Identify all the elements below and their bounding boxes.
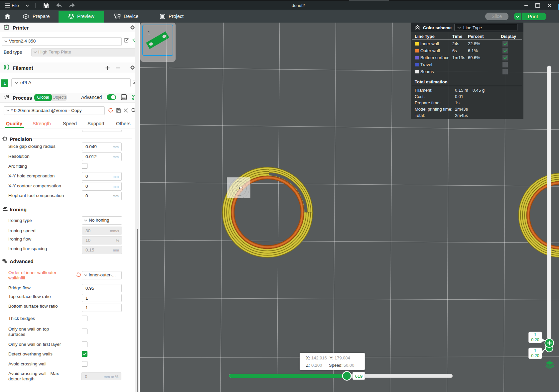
svg-text:1: 1 (534, 348, 536, 353)
svg-text:619: 619 (355, 374, 363, 379)
svg-text:0.20: 0.20 (531, 353, 539, 358)
svg-text:0.20: 0.20 (531, 338, 539, 342)
svg-text:1: 1 (148, 30, 150, 35)
svg-text:1: 1 (534, 333, 536, 337)
